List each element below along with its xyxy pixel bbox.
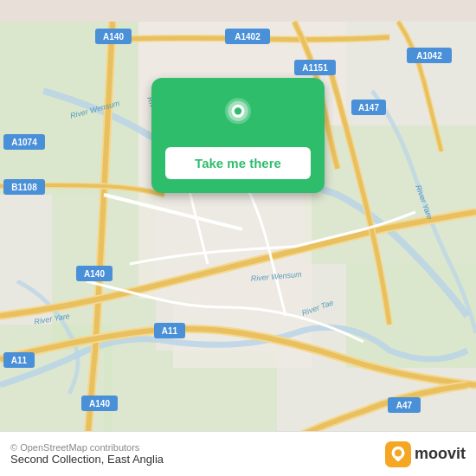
take-me-there-button[interactable]: Take me there [165,147,311,179]
svg-text:A11: A11 [162,326,178,336]
svg-text:A47: A47 [396,401,413,410]
bottom-bar-info: © OpenStreetMap contributors Second Coll… [10,442,164,466]
svg-text:A140: A140 [103,32,124,42]
svg-text:A1151: A1151 [302,63,328,73]
svg-point-43 [235,107,241,114]
moovit-icon [385,441,411,467]
svg-rect-1 [0,22,138,195]
osm-attribution: © OpenStreetMap contributors [10,442,164,453]
svg-text:A1042: A1042 [416,51,442,61]
svg-text:A140: A140 [84,269,105,279]
location-label: Second Collection, East Anglia [10,453,164,466]
svg-point-46 [395,449,402,456]
navigation-card: Take me there [151,78,325,193]
bottom-bar: © OpenStreetMap contributors Second Coll… [0,431,476,476]
map-container: A140 A1402 A1151 A1042 A1074 B1108 A147 … [0,0,476,476]
moovit-text: moovit [415,445,466,463]
moovit-logo: moovit [385,441,466,467]
svg-text:A1074: A1074 [11,138,37,147]
svg-text:A1402: A1402 [235,32,261,42]
svg-text:A147: A147 [358,103,379,113]
svg-text:B1108: B1108 [11,183,37,192]
svg-text:A11: A11 [11,356,28,365]
location-pin-icon [216,95,260,138]
svg-text:A140: A140 [89,399,110,408]
